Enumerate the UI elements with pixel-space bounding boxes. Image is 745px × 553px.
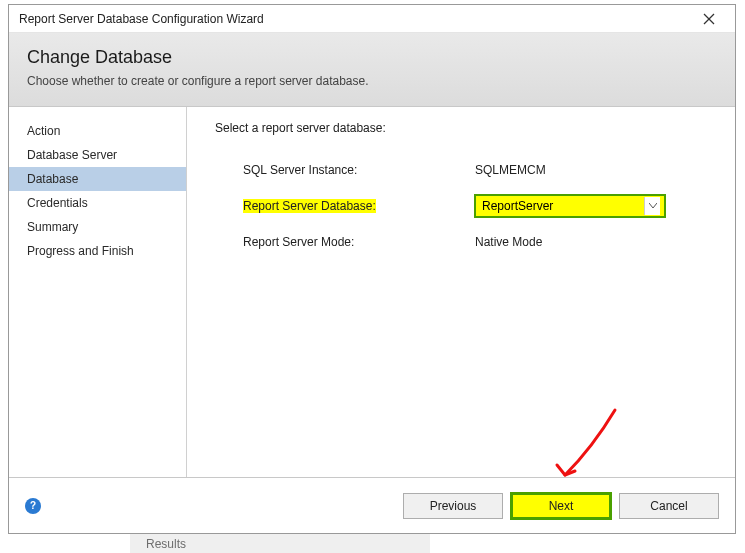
cancel-button[interactable]: Cancel [619, 493, 719, 519]
page-subtitle: Choose whether to create or configure a … [27, 74, 717, 88]
background-results-strip: Results [130, 533, 430, 553]
report-server-database-select[interactable]: ReportServer [475, 195, 665, 217]
row-sql-instance: SQL Server Instance: SQLMEMCM [215, 163, 707, 177]
sidebar-item-label: Database [27, 172, 78, 186]
sidebar-item-action[interactable]: Action [9, 119, 186, 143]
wizard-body: Action Database Server Database Credenti… [9, 107, 735, 477]
help-icon: ? [30, 500, 36, 511]
label-report-server-database: Report Server Database: [243, 199, 376, 213]
next-button[interactable]: Next [511, 493, 611, 519]
button-label: Cancel [650, 499, 687, 513]
wizard-footer: ? Previous Next Cancel [9, 477, 735, 533]
wizard-window: Report Server Database Configuration Wiz… [8, 4, 736, 534]
wizard-steps-sidebar: Action Database Server Database Credenti… [9, 107, 187, 477]
page-title: Change Database [27, 47, 717, 68]
value-report-server-mode: Native Mode [475, 235, 542, 249]
sidebar-item-label: Action [27, 124, 60, 138]
label-sql-instance: SQL Server Instance: [243, 163, 357, 177]
window-title: Report Server Database Configuration Wiz… [19, 12, 264, 26]
help-button[interactable]: ? [25, 498, 41, 514]
row-report-server-mode: Report Server Mode: Native Mode [215, 235, 707, 249]
wizard-header: Change Database Choose whether to create… [9, 33, 735, 107]
sidebar-item-summary[interactable]: Summary [9, 215, 186, 239]
sidebar-item-database[interactable]: Database [9, 167, 186, 191]
titlebar: Report Server Database Configuration Wiz… [9, 5, 735, 33]
previous-button[interactable]: Previous [403, 493, 503, 519]
wizard-content: Select a report server database: SQL Ser… [187, 107, 735, 477]
button-label: Previous [430, 499, 477, 513]
sidebar-item-progress-finish[interactable]: Progress and Finish [9, 239, 186, 263]
sidebar-item-label: Database Server [27, 148, 117, 162]
sidebar-item-credentials[interactable]: Credentials [9, 191, 186, 215]
close-button[interactable] [689, 7, 729, 31]
close-icon [703, 13, 715, 25]
sidebar-item-label: Progress and Finish [27, 244, 134, 258]
sidebar-item-database-server[interactable]: Database Server [9, 143, 186, 167]
value-sql-instance: SQLMEMCM [475, 163, 546, 177]
select-value: ReportServer [482, 199, 644, 213]
sidebar-item-label: Credentials [27, 196, 88, 210]
sidebar-item-label: Summary [27, 220, 78, 234]
label-report-server-mode: Report Server Mode: [243, 235, 354, 249]
background-results-text: Results [146, 537, 186, 551]
chevron-down-icon [644, 197, 660, 215]
row-report-server-database: Report Server Database: ReportServer [215, 195, 707, 217]
button-label: Next [549, 499, 574, 513]
content-heading: Select a report server database: [215, 121, 707, 135]
